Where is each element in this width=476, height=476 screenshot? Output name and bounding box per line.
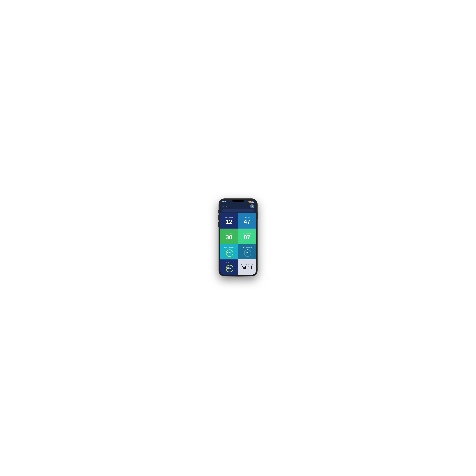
tile-calls-returned[interactable]: Calls Returned 98% [220, 259, 238, 275]
favorites-icon[interactable]: ☆ [225, 205, 227, 207]
tile-calls-escalated[interactable]: Calls Escalated07 [238, 229, 256, 244]
volume-down-button [218, 222, 219, 227]
tile-value-outgoing-calls: 12 [226, 219, 232, 225]
svg-point-0 [252, 205, 253, 206]
tile-label-calls-unanswered: Calls Unanswered [242, 247, 252, 248]
settings-icon[interactable]: ⚙ [222, 205, 224, 207]
status-icons: 📶 [247, 201, 254, 203]
phone-screen: 12:07 📶 [220, 200, 256, 275]
tile-calls-answered[interactable]: Calls Answered 97% [220, 244, 238, 259]
tile-label-total-calls: Total Calls [244, 217, 250, 218]
app-header: ⚙ ☆ [220, 203, 256, 213]
circle-text-calls-answered: 97% [227, 252, 231, 254]
tile-label-avg-call-length: Average Call Length [241, 264, 253, 266]
circle-text-calls-returned: 98% [227, 267, 231, 269]
circle-calls-answered: 97% [225, 249, 233, 256]
circle-calls-unanswered: 2% [243, 249, 251, 256]
tile-outgoing-calls[interactable]: Outgoing Calls12 [220, 213, 238, 229]
tile-calls-resolved[interactable]: Calls Resolved30 [220, 229, 238, 244]
wifi-icon: 📶 [249, 201, 251, 203]
signal-icon [247, 201, 249, 203]
search-bar[interactable] [222, 209, 254, 212]
status-time: 12:07 [222, 201, 226, 203]
tile-value-calls-resolved: 30 [226, 234, 232, 240]
avatar-container[interactable] [250, 204, 254, 208]
dashboard-grid: Outgoing Calls12Total Calls47Calls Resol… [220, 213, 256, 275]
tile-value-calls-escalated: 07 [244, 234, 250, 240]
tile-avg-call-length[interactable]: Average Call Length04:11 [238, 259, 256, 275]
tile-calls-unanswered[interactable]: Calls Unanswered 2% [238, 244, 256, 259]
battery-icon [251, 201, 254, 203]
power-button [257, 212, 258, 219]
mute-button [218, 210, 219, 213]
tile-label-calls-escalated: Calls Escalated [242, 232, 252, 234]
avatar-icon [251, 205, 254, 207]
tile-value-avg-call-length: 04:11 [241, 266, 253, 270]
tile-label-outgoing-calls: Outgoing Calls [225, 217, 233, 218]
tile-label-calls-answered: Calls Answered [224, 247, 234, 248]
phone-frame: 12:07 📶 [219, 199, 257, 276]
tile-value-total-calls: 47 [244, 219, 250, 225]
volume-up-button [218, 215, 219, 220]
circle-calls-returned: 98% [225, 264, 233, 272]
online-indicator [253, 207, 254, 208]
tile-total-calls[interactable]: Total Calls47 [238, 213, 256, 229]
notch [232, 200, 244, 203]
tile-label-calls-returned: Calls Returned [225, 262, 233, 264]
circle-text-calls-unanswered: 2% [246, 252, 248, 254]
tile-label-calls-resolved: Calls Resolved [225, 232, 234, 234]
